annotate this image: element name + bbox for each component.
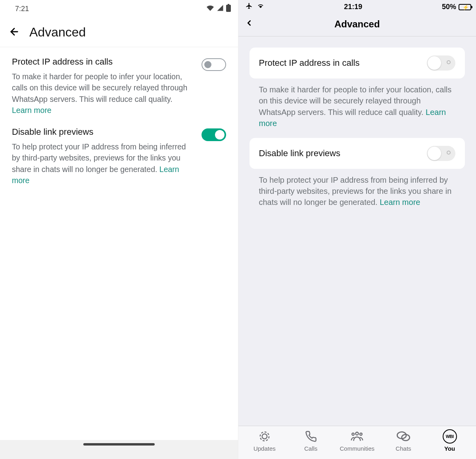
setting-disable-link-previews: Disable link previews To help protect yo… <box>12 127 226 197</box>
page-title: Advanced <box>29 25 86 40</box>
setting-description: To help protect your IP address from bei… <box>250 169 465 217</box>
protect-ip-toggle[interactable] <box>202 58 226 71</box>
wifi-icon <box>206 4 214 13</box>
communities-icon <box>350 430 364 443</box>
tab-label: You <box>444 445 455 452</box>
setting-description: To make it harder for people to infer yo… <box>250 78 465 138</box>
signal-icon <box>217 4 224 13</box>
calls-icon <box>305 430 317 443</box>
battery-icon <box>226 4 231 14</box>
disable-link-previews-toggle[interactable] <box>427 146 455 161</box>
ios-settings-list: Protect IP address in calls To make it h… <box>238 36 476 228</box>
svg-point-0 <box>262 434 267 439</box>
setting-disable-link-previews[interactable]: Disable link previews <box>250 138 465 169</box>
disable-link-previews-toggle[interactable] <box>202 128 226 141</box>
svg-point-1 <box>260 432 269 441</box>
tab-label: Chats <box>395 445 411 452</box>
svg-point-2 <box>356 432 359 435</box>
tab-updates[interactable]: Updates <box>242 430 288 452</box>
status-icons <box>206 4 231 14</box>
setting-description: To make it harder for people to infer yo… <box>12 71 194 116</box>
back-chevron-icon[interactable] <box>245 17 253 31</box>
svg-point-3 <box>352 433 355 436</box>
setting-title: Protect IP address in calls <box>259 58 360 68</box>
android-nav-bar <box>0 440 238 459</box>
svg-point-4 <box>360 433 362 436</box>
setting-title: Disable link previews <box>259 148 340 159</box>
back-arrow-icon[interactable] <box>9 26 20 39</box>
airplane-mode-icon <box>246 2 253 11</box>
setting-title: Disable link previews <box>12 127 194 137</box>
android-settings-list: Protect IP address in calls To make it h… <box>0 47 238 207</box>
protect-ip-toggle[interactable] <box>427 55 455 71</box>
ios-status-bar: 21:19 50% ⚡ <box>238 0 476 13</box>
tab-chats[interactable]: Chats <box>380 430 427 452</box>
page-title: Advanced <box>334 19 380 30</box>
tab-communities[interactable]: Communities <box>334 430 380 452</box>
learn-more-link[interactable]: Learn more <box>12 106 52 115</box>
ios-tab-bar: Updates Calls Communities Chats WBI You <box>238 426 476 459</box>
battery-icon: ⚡ <box>459 4 471 10</box>
tab-label: Communities <box>340 445 374 452</box>
tab-calls[interactable]: Calls <box>288 430 334 452</box>
status-time: 7:21 <box>15 5 29 13</box>
android-status-bar: 7:21 <box>0 0 238 15</box>
setting-title: Protect IP address in calls <box>12 57 194 67</box>
home-handle[interactable] <box>83 443 155 446</box>
battery-percent: 50% <box>442 3 456 11</box>
setting-description: To help protect your IP address from bei… <box>12 141 194 186</box>
you-icon: WBI <box>443 430 457 443</box>
ios-panel: 21:19 50% ⚡ Advanced Protect IP address … <box>238 0 476 459</box>
chats-icon <box>397 430 410 443</box>
tab-label: Updates <box>253 445 276 452</box>
setting-protect-ip[interactable]: Protect IP address in calls <box>250 48 465 78</box>
setting-protect-ip: Protect IP address in calls To make it h… <box>12 57 226 127</box>
android-panel: 7:21 Advanced Protect IP address in call… <box>0 0 238 459</box>
tab-you[interactable]: WBI You <box>426 430 473 452</box>
wifi-icon <box>257 3 265 11</box>
ios-navbar: Advanced <box>238 13 476 36</box>
android-appbar: Advanced <box>0 15 238 47</box>
tab-label: Calls <box>304 445 317 452</box>
learn-more-link[interactable]: Learn more <box>380 198 420 207</box>
status-time: 21:19 <box>344 3 362 11</box>
updates-icon <box>259 430 271 443</box>
